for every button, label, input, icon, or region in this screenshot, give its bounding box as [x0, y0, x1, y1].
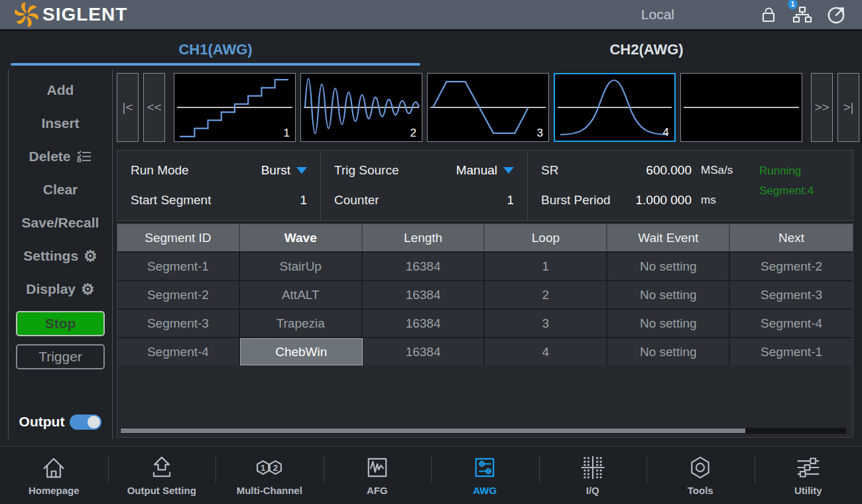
next-segment-button[interactable]: >> [811, 73, 833, 142]
sidebar-item-insert[interactable]: Insert [9, 107, 112, 140]
channel-1-badge: 1 [261, 463, 265, 473]
nav-item-utility[interactable]: Utility [755, 447, 862, 504]
cell-length[interactable]: 16384 [363, 253, 485, 280]
sidebar-item-add[interactable]: Add [9, 74, 112, 107]
nav-label: Multi-Channel [237, 485, 302, 496]
network-icon[interactable]: 1 [791, 4, 814, 25]
cell-next[interactable]: Segment-3 [730, 281, 853, 308]
sidebar-item-clear[interactable]: Clear [9, 173, 112, 206]
cell-wait-event[interactable]: No setting [607, 310, 730, 337]
tab-ch1-awg[interactable]: CH1(AWG) [0, 33, 431, 66]
trigger-button[interactable]: Trigger [16, 344, 105, 369]
cell-wait-event[interactable]: No setting [607, 281, 730, 308]
running-status-line1: Running [759, 161, 853, 181]
cell-next[interactable]: Segment-1 [730, 338, 853, 365]
sample-rate-label: SR [541, 163, 558, 178]
start-segment-field[interactable]: 1 [300, 193, 307, 208]
control-mode-label: Local [641, 7, 674, 23]
cell-length[interactable]: 16384 [363, 310, 485, 337]
gear-icon: ⚙ [84, 249, 97, 264]
cell-wait-event[interactable]: No setting [607, 253, 730, 280]
toggle-knob [88, 416, 100, 428]
tab-ch2-awg[interactable]: CH2(AWG) [431, 33, 862, 66]
cell-loop[interactable]: 4 [485, 338, 607, 365]
sidebar-item-display[interactable]: Display ⚙ [9, 273, 112, 306]
running-status: Running Segment:4 [751, 151, 853, 220]
cell-segment-id[interactable]: Segment-2 [117, 281, 240, 308]
sidebar-item-label: Display [26, 281, 76, 297]
cell-wave[interactable]: Trapezia [240, 310, 363, 337]
sidebar-item-delete[interactable]: Delete [9, 140, 112, 173]
dropdown-arrow-icon [503, 167, 514, 174]
first-segment-button[interactable]: |< [117, 73, 139, 142]
burst-period-field[interactable]: 1.000 000 [635, 193, 692, 208]
top-bar: SIGLENT Local 1 [0, 0, 862, 31]
segment-thumbnail-2[interactable]: 2 [300, 73, 422, 142]
burst-period-label: Burst Period [541, 193, 611, 208]
segment-thumbnail-5-empty[interactable] [680, 73, 802, 142]
nav-label: Utility [794, 485, 822, 496]
last-segment-button[interactable]: >| [837, 73, 859, 142]
sidebar-item-save-recall[interactable]: Save/Recall [9, 206, 112, 239]
running-status-line2: Segment:4 [759, 181, 853, 201]
nav-item-multi-channel[interactable]: 1 2 Multi-Channel [216, 447, 324, 504]
home-icon [39, 453, 68, 482]
run-mode-dropdown[interactable]: Burst [261, 163, 307, 178]
nav-item-homepage[interactable]: Homepage [0, 447, 108, 504]
cell-loop[interactable]: 2 [485, 281, 607, 308]
unlock-icon[interactable] [759, 4, 778, 25]
output-toggle[interactable] [70, 414, 101, 430]
segment-table-header: Segment ID Wave Length Loop Wait Event N… [117, 224, 853, 251]
cell-segment-id[interactable]: Segment-1 [117, 253, 240, 280]
header-wave: Wave [240, 224, 363, 251]
trig-source-dropdown[interactable]: Manual [456, 163, 514, 178]
nav-item-iq[interactable]: I/Q [539, 447, 647, 504]
sidebar-item-settings[interactable]: Settings ⚙ [9, 239, 112, 273]
stairup-waveform [180, 80, 288, 137]
cell-loop[interactable]: 3 [485, 310, 607, 337]
afg-waveform-icon [363, 453, 392, 482]
segment-thumbnail-3[interactable]: 3 [427, 73, 549, 142]
nav-label: Tools [688, 485, 713, 496]
cell-wave[interactable]: StairUp [240, 253, 363, 280]
nav-item-tools[interactable]: Tools [646, 447, 755, 504]
sample-rate-field[interactable]: 600.000 [646, 163, 692, 178]
sidebar-item-label: Settings [23, 248, 78, 264]
cell-segment-id[interactable]: Segment-4 [117, 338, 240, 365]
cell-wait-event[interactable]: No setting [607, 338, 730, 365]
utility-sliders-icon [794, 453, 823, 482]
thumbnail-number: 1 [284, 127, 290, 140]
cell-next[interactable]: Segment-4 [730, 310, 853, 337]
cell-length[interactable]: 16384 [363, 281, 485, 308]
cell-next[interactable]: Segment-2 [730, 253, 853, 280]
stop-button[interactable]: Stop [16, 311, 105, 336]
cell-wave-selected[interactable]: ChebWin [240, 338, 363, 365]
nav-item-afg[interactable]: AFG [324, 447, 432, 504]
brand-name: SIGLENT [42, 4, 127, 25]
channel-2-badge: 2 [273, 463, 278, 473]
awg-sliders-icon [470, 453, 499, 482]
screen-capture-icon[interactable] [826, 4, 847, 25]
checklist-icon [76, 149, 92, 164]
burst-period-unit: ms [692, 194, 738, 207]
segment-thumbnail-1[interactable]: 1 [174, 73, 296, 142]
header-wait-event: Wait Event [607, 224, 730, 251]
cell-wave[interactable]: AttALT [240, 281, 363, 308]
sample-rate-unit: MSa/s [692, 164, 738, 177]
counter-field[interactable]: 1 [507, 193, 514, 208]
cell-segment-id[interactable]: Segment-3 [117, 310, 240, 337]
segment-thumbnail-4-selected[interactable]: 4 [554, 73, 676, 142]
prev-segment-button[interactable]: << [143, 73, 165, 142]
output-label: Output [19, 414, 65, 430]
multi-channel-icon: 1 2 [253, 453, 285, 482]
nav-item-awg[interactable]: AWG [431, 447, 539, 504]
iq-constellation-icon [578, 453, 607, 482]
cell-length[interactable]: 16384 [363, 338, 485, 365]
horizontal-scrollbar[interactable] [120, 428, 846, 434]
brand-logo: SIGLENT [15, 3, 127, 27]
scrollbar-thumb[interactable] [121, 428, 745, 433]
trig-source-label: Trig Source [334, 163, 399, 178]
nav-item-output-setting[interactable]: Output Setting [108, 447, 216, 504]
cell-loop[interactable]: 1 [485, 253, 607, 280]
header-next: Next [730, 224, 853, 251]
